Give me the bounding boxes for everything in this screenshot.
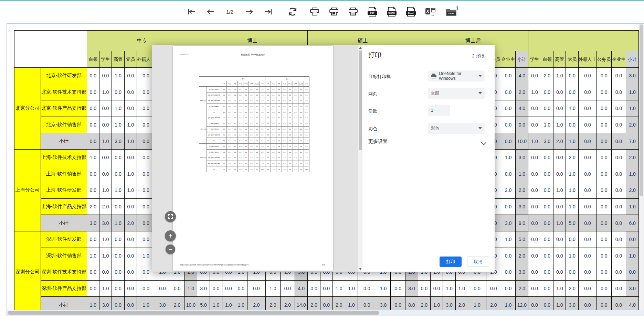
- data-cell: 0.0: [541, 198, 553, 215]
- data-cell: 0.0: [235, 280, 247, 297]
- data-cell: 1.0: [430, 297, 443, 310]
- data-cell: 0.0: [578, 117, 597, 133]
- horizontal-scrollbar-thumb[interactable]: [8, 311, 379, 315]
- data-cell: 2.0: [566, 149, 578, 166]
- pages-value: 全部: [431, 90, 439, 96]
- column-header: 党员: [124, 51, 137, 68]
- data-cell: 0.0: [99, 166, 112, 182]
- data-cell: 0.0: [124, 231, 137, 248]
- table-row: 小计1.03.00.00.01.03.02.010.05.01.01.01.02…: [14, 297, 639, 310]
- data-cell: 1.0: [99, 84, 112, 100]
- data-cell: 0.0: [553, 248, 566, 264]
- chevron-down-icon[interactable]: [481, 140, 487, 145]
- data-cell: 0.0: [597, 198, 611, 215]
- next-page-button[interactable]: [244, 7, 254, 17]
- scroll-down-arrow-icon[interactable]: [359, 268, 362, 270]
- data-cell: 0.0: [611, 198, 626, 215]
- data-cell: 1.0: [87, 149, 99, 166]
- destination-select[interactable]: OneNote for Windows: [428, 70, 485, 81]
- data-cell: 0.0: [528, 248, 541, 264]
- data-cell: 2.0: [333, 297, 345, 310]
- pages-select[interactable]: 全部: [428, 88, 485, 99]
- export-pdf-icon[interactable]: PDF: [367, 7, 378, 17]
- data-cell: 5.0: [197, 297, 210, 310]
- cancel-button[interactable]: 取消: [467, 257, 489, 267]
- scroll-up-arrow-icon[interactable]: [359, 47, 362, 49]
- data-cell: 0.0: [611, 84, 626, 100]
- data-cell: 0.0: [611, 166, 626, 182]
- data-cell: 0.0: [280, 280, 295, 297]
- data-cell: 1.0: [443, 280, 455, 297]
- data-cell: 2.0: [308, 297, 320, 310]
- data-cell: 1.0: [541, 117, 553, 133]
- vertical-scrollbar-thumb[interactable]: [640, 24, 643, 196]
- print-image-icon[interactable]: [348, 7, 358, 17]
- data-cell: 0.0: [611, 100, 626, 117]
- data-cell: 14.0: [295, 297, 308, 310]
- refresh-icon[interactable]: [287, 7, 298, 17]
- data-cell: 1.0: [99, 182, 112, 199]
- data-cell: 0.0: [112, 166, 124, 182]
- dept-header-cell: 北京-软件销售部: [41, 117, 87, 133]
- horizontal-scrollbar[interactable]: [7, 310, 644, 316]
- export-excel-icon[interactable]: Excel: [406, 7, 416, 17]
- data-cell: 0.0: [99, 100, 112, 117]
- data-cell: 0.0: [578, 280, 597, 297]
- zoom-out-button[interactable]: −: [166, 244, 175, 254]
- color-label: 彩色: [368, 126, 377, 132]
- data-cell: 0.0: [578, 198, 597, 215]
- data-cell: 0.0: [528, 149, 541, 166]
- data-cell: 1.0: [112, 117, 124, 133]
- data-cell: 0.0: [170, 280, 184, 297]
- data-cell: 0.0: [611, 215, 626, 231]
- data-cell: 0.0: [611, 264, 626, 281]
- color-select[interactable]: 彩色: [428, 123, 485, 134]
- data-cell: 0.0: [553, 84, 566, 100]
- prev-page-button[interactable]: [205, 7, 216, 17]
- excel-folder-glyph: ⤴Excel: [446, 7, 458, 17]
- data-cell: 1.0: [99, 280, 112, 297]
- data-cell: 0.0: [418, 280, 430, 297]
- data-cell: 0.0: [528, 198, 541, 215]
- data-cell: 0.0: [578, 100, 597, 117]
- data-cell: 1.0: [265, 280, 280, 297]
- data-cell: 0.0: [501, 68, 516, 84]
- data-cell: 0.0: [87, 166, 99, 182]
- first-page-button[interactable]: [186, 7, 197, 17]
- data-cell: 0.0: [124, 264, 137, 281]
- data-cell: 1.0: [345, 280, 358, 297]
- data-cell: 1.0: [553, 117, 566, 133]
- export-word-icon[interactable]: WORD: [387, 7, 397, 17]
- import-excel-icon[interactable]: ⤴Excel: [446, 7, 458, 17]
- data-cell: 0.0: [611, 297, 626, 310]
- column-header: 小计: [626, 51, 639, 68]
- data-cell: 0.0: [87, 182, 99, 199]
- column-header: 党员: [566, 51, 578, 68]
- print-icon[interactable]: [309, 7, 320, 17]
- preview-scrollbar[interactable]: [358, 45, 362, 272]
- data-cell: 0.0: [528, 297, 541, 310]
- data-cell: 0.0: [528, 100, 541, 117]
- data-cell: 3.0: [516, 149, 528, 166]
- data-cell: 1.0: [553, 215, 566, 231]
- data-cell: 0.0: [99, 117, 112, 133]
- data-cell: 0.0: [578, 84, 597, 100]
- vertical-scrollbar[interactable]: [639, 24, 644, 310]
- last-page-button[interactable]: [263, 7, 274, 17]
- zoom-in-button[interactable]: +: [165, 230, 176, 241]
- more-settings-button[interactable]: 更多设置: [368, 139, 388, 145]
- data-cell: 0.0: [124, 280, 137, 297]
- print-pdf-icon[interactable]: [329, 7, 339, 17]
- print-button[interactable]: 打印: [440, 257, 462, 267]
- copies-input[interactable]: 1: [428, 105, 450, 116]
- preview-scrollbar-thumb[interactable]: [359, 51, 362, 150]
- export-excel-data-icon[interactable]: X→: [425, 7, 437, 17]
- column-header: 企业主: [501, 51, 516, 68]
- settings-divider: [362, 134, 495, 134]
- data-cell: 1.0: [222, 297, 235, 310]
- fullscreen-button[interactable]: [165, 211, 176, 222]
- data-cell: 0.0: [611, 117, 626, 133]
- data-cell: 0.0: [541, 166, 553, 182]
- data-cell: 4.0: [516, 68, 528, 84]
- data-cell: 0.0: [528, 68, 541, 84]
